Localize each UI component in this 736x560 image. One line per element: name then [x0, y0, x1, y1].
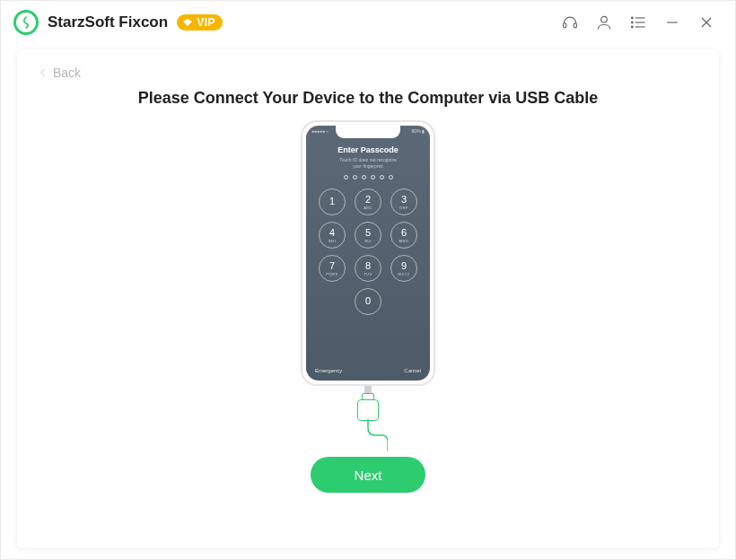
phone-screen: ●●●●● ⏦ 80% ▮ Enter Passcode Touch ID do… [306, 126, 430, 381]
svg-point-7 [632, 26, 634, 28]
keypad-key: 5JKL [355, 222, 381, 249]
page-heading: Please Connect Your Device to the Comput… [17, 89, 719, 108]
keypad-key: 6MNO [390, 222, 417, 249]
next-label: Next [355, 468, 382, 483]
close-button[interactable] [694, 10, 719, 35]
passcode-subtitle: Touch ID does not recognize your fingerp… [339, 157, 396, 169]
keypad-key: 3DEF [390, 188, 417, 215]
svg-point-3 [632, 17, 634, 19]
back-button[interactable]: Back [37, 66, 81, 80]
device-illustration: ●●●●● ⏦ 80% ▮ Enter Passcode Touch ID do… [17, 120, 719, 493]
vip-label: VIP [197, 16, 215, 29]
status-left: ●●●●● ⏦ [311, 128, 329, 134]
emergency-label: Emergency [315, 368, 342, 373]
usb-cable-icon [348, 384, 388, 450]
status-right: 80% ▮ [412, 128, 425, 134]
main-panel: Back Please Connect Your Device to the C… [17, 49, 719, 548]
menu-icon[interactable] [626, 10, 651, 35]
phone-footer: Emergency Cancel [306, 368, 430, 373]
support-icon[interactable] [557, 10, 583, 35]
keypad-key: 4GHI [319, 222, 346, 249]
phone-frame: ●●●●● ⏦ 80% ▮ Enter Passcode Touch ID do… [301, 120, 435, 386]
svg-rect-0 [564, 23, 566, 28]
keypad-key: 7PQRS [319, 255, 346, 282]
cancel-label: Cancel [404, 368, 421, 373]
keypad-key: 9WXYZ [390, 255, 417, 282]
keypad: 1 2ABC 3DEF 4GHI 5JKL 6MNO 7PQRS 8TUV 9W… [319, 188, 417, 315]
back-label: Back [53, 66, 81, 80]
keypad-key: 8TUV [355, 255, 381, 282]
vip-badge: VIP [177, 14, 223, 31]
next-button[interactable]: Next [311, 457, 425, 493]
minimize-button[interactable] [660, 10, 685, 35]
account-icon[interactable] [591, 10, 617, 35]
keypad-key: 1 [319, 188, 346, 215]
passcode-dots [344, 175, 393, 179]
app-title: StarzSoft Fixcon [48, 13, 168, 31]
svg-point-2 [601, 16, 608, 22]
keypad-key: 0 [355, 288, 381, 315]
app-logo-icon [13, 10, 39, 35]
titlebar: StarzSoft Fixcon VIP [1, 1, 735, 44]
svg-rect-1 [574, 23, 576, 28]
passcode-title: Enter Passcode [337, 145, 399, 154]
phone-notch [336, 126, 400, 138]
keypad-key: 2ABC [355, 188, 381, 215]
svg-point-5 [632, 22, 634, 23]
